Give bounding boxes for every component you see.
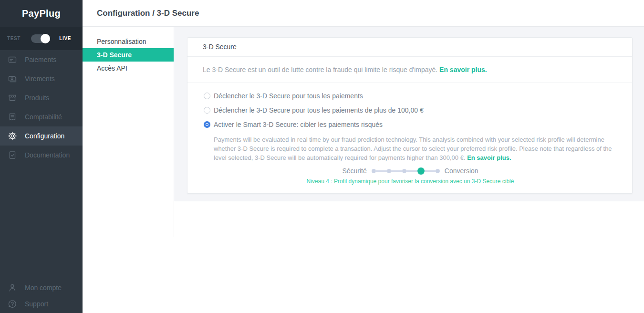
option-label: Activer le Smart 3-D Secure: cibler les … [214,121,383,128]
slider-dot-4[interactable] [417,167,425,175]
slider-right-label: Conversion [445,167,478,175]
card-intro: Le 3-D Secure est un outil de lutte cont… [187,57,632,83]
slider-dot-2[interactable] [387,169,391,173]
risk-slider-row: Sécurité Conversion [204,167,617,175]
slider-segment [425,170,436,172]
smart-3ds-description: Payments will be evaluated in real time … [214,135,617,162]
subnav-item-label: Accès API [97,64,127,72]
risk-slider-track[interactable] [372,167,440,175]
subnav-item-acces-api[interactable]: Accès API [83,62,174,75]
sidebar-bottom-menu: Mon compte Support [0,280,83,313]
test-mode-label: TEST [7,36,21,41]
subnav-item-personnalisation[interactable]: Personnalisation [83,35,174,48]
learn-more-link[interactable]: En savoir plus. [439,66,487,73]
card-options: Déclencher le 3-D Secure pour tous les p… [187,83,632,193]
page-header: Configuration / 3-D Secure [83,0,644,27]
option-label: Déclencher le 3-D Secure pour tous les p… [214,106,424,114]
3d-secure-card: 3-D Secure Le 3-D Secure est un outil de… [187,37,633,194]
sidebar-item-label: Comptabilité [25,113,62,121]
sidebar-item-documentation[interactable]: Documentation [0,146,83,165]
sidebar-item-label: Mon compte [25,284,62,292]
sidebar-item-label: Support [25,300,48,308]
sidebar-item-produits[interactable]: Produits [0,88,83,107]
slider-dot-3[interactable] [402,169,406,173]
slider-left-label: Sécurité [342,167,366,175]
main-sidebar: PayPlug TEST LIVE Paiements Virements [0,0,83,313]
document-check-icon [8,150,17,160]
sidebar-item-label: Virements [25,75,55,83]
help-bubble-icon [8,299,17,309]
test-live-toggle[interactable] [31,34,49,43]
smart-learn-more-link[interactable]: En savoir plus. [467,154,511,161]
option-label: Déclencher le 3-D Secure pour tous les p… [214,92,363,100]
sidebar-item-label: Configuration [25,132,64,140]
sidebar-item-support[interactable]: Support [0,296,83,312]
radio-button[interactable] [204,121,210,128]
settings-subnav: Personnalisation 3-D Secure Accès API [83,27,174,237]
content-area: 3-D Secure Le 3-D Secure est un outil de… [174,27,644,201]
sidebar-item-comptabilite[interactable]: Comptabilité [0,107,83,126]
sidebar-item-mon-compte[interactable]: Mon compte [0,280,83,296]
slider-dot-5[interactable] [436,169,440,173]
subnav-item-label: 3-D Secure [97,51,132,59]
subnav-item-label: Personnalisation [97,38,146,45]
smart-description-text: Payments will be evaluated in real time … [214,136,612,161]
card-icon [8,55,17,64]
breadcrumb: Configuration / 3-D Secure [97,9,199,18]
slider-dot-1[interactable] [372,169,376,173]
banknote-icon [8,74,17,83]
option-smart-3ds[interactable]: Activer le Smart 3-D Secure: cibler les … [204,121,617,128]
slider-segment [406,170,417,172]
risk-level-caption: Niveau 4 : Profil dynamique pour favoris… [204,178,617,185]
receipt-icon [8,112,17,122]
storefront-icon [8,93,17,103]
option-all-payments[interactable]: Déclencher le 3-D Secure pour tous les p… [204,92,617,100]
sidebar-item-label: Produits [25,94,49,102]
app-window: PayPlug TEST LIVE Paiements Virements [0,0,644,313]
slider-segment [391,170,402,172]
user-icon [8,283,17,292]
live-mode-label: LIVE [59,36,71,41]
gear-icon [8,131,17,141]
sidebar-item-configuration[interactable]: Configuration [0,126,83,146]
body-row: Personnalisation 3-D Secure Accès API 3-… [83,27,644,237]
radio-button[interactable] [204,93,210,99]
sidebar-menu: Paiements Virements Produits Comptabilit… [0,50,83,280]
sidebar-item-label: Paiements [25,56,56,63]
sidebar-item-virements[interactable]: Virements [0,69,83,88]
subnav-item-3d-secure[interactable]: 3-D Secure [83,48,174,62]
intro-text: Le 3-D Secure est un outil de lutte cont… [203,66,437,73]
card-title: 3-D Secure [187,38,632,57]
slider-segment [376,170,387,172]
option-above-100[interactable]: Déclencher le 3-D Secure pour tous les p… [204,106,617,114]
sidebar-item-label: Documentation [25,151,70,159]
radio-button[interactable] [204,107,210,114]
payplug-logo: PayPlug [0,0,83,27]
sidebar-item-paiements[interactable]: Paiements [0,50,83,69]
environment-switch-bar: TEST LIVE [0,27,83,50]
main-region: Configuration / 3-D Secure Personnalisat… [83,0,644,313]
toggle-knob[interactable] [41,34,50,43]
